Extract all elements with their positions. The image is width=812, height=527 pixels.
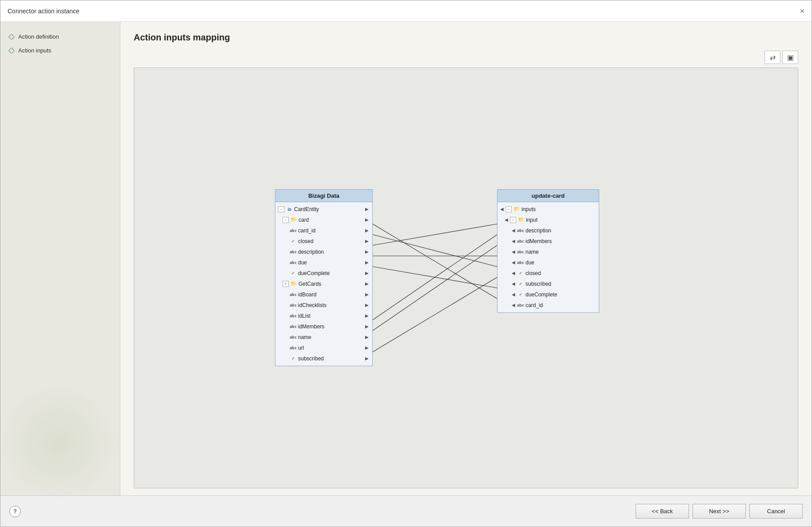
svg-line-2: [373, 224, 497, 245]
close-button[interactable]: ×: [800, 7, 804, 15]
arrow-right-icon: ▶: [365, 217, 370, 222]
folder-icon: 📁: [290, 217, 297, 223]
arrow-right-icon: ▶: [365, 271, 370, 275]
diamond-icon-2: [8, 47, 15, 53]
arrow-right-icon: ▶: [365, 303, 370, 307]
row-label: closed: [298, 238, 314, 244]
arrow-right-icon: ▶: [365, 324, 370, 329]
table-row: ◀ − 📁 input: [498, 215, 599, 225]
table-row: abc description ▶: [275, 247, 372, 257]
footer-right: << Back Next >> Cancel: [636, 504, 803, 519]
title-bar: Connector action instance ×: [0, 0, 812, 22]
row-label: idMembers: [298, 323, 324, 330]
left-table-body: − 🗂 CardEntity ▶ − 📁 card: [275, 202, 372, 366]
table-row: ◀ ✓ dueComplete: [498, 289, 599, 300]
table-row: − 🗂 CardEntity ▶: [275, 204, 372, 215]
check-icon: ✓: [290, 238, 297, 244]
table-row: ◀ abc due: [498, 257, 599, 268]
abc-icon: abc: [290, 249, 297, 255]
arrow-left-icon: ◀: [505, 217, 508, 222]
check-icon: ✓: [517, 281, 524, 287]
bizagi-data-table: Bizagi Data − 🗂 CardEntity ▶: [275, 189, 373, 366]
sidebar-item-action-inputs[interactable]: Action inputs: [8, 44, 113, 56]
abc-icon: abc: [517, 260, 524, 266]
right-table-body: ◀ − 📁 inputs ◀ − 📁 in: [498, 202, 599, 312]
row-label: due: [298, 260, 307, 266]
arrow-left-icon: ◀: [500, 207, 504, 212]
abc-icon: abc: [290, 313, 297, 319]
abc-icon: abc: [290, 302, 297, 308]
arrow-right-icon: ▶: [365, 260, 370, 265]
arrow-left-icon: ◀: [512, 281, 515, 286]
table-row: abc idBoard ▶: [275, 289, 372, 300]
connector-area: [373, 189, 497, 367]
table-row: abc idList ▶: [275, 311, 372, 321]
svg-line-7: [373, 277, 497, 352]
row-label: dueComplete: [298, 270, 330, 276]
arrow-right-icon: ▶: [365, 239, 370, 244]
table-row: abc due ▶: [275, 257, 372, 268]
expand-icon[interactable]: −: [283, 217, 289, 223]
abc-icon: abc: [290, 323, 297, 330]
grid-view-button[interactable]: ▣: [782, 51, 798, 64]
row-label: card_id: [298, 228, 315, 234]
arrow-right-icon: ▶: [365, 335, 370, 339]
next-button[interactable]: Next >>: [693, 504, 746, 519]
arrow-left-icon: ◀: [512, 303, 515, 307]
update-card-table: update-card ◀ − 📁 inputs: [497, 189, 599, 313]
arrow-right-icon: ▶: [365, 207, 370, 212]
row-label: closed: [525, 270, 541, 276]
table-row: abc name ▶: [275, 332, 372, 343]
table-row: abc url ▶: [275, 343, 372, 353]
sidebar: Action definition Action inputs: [0, 22, 120, 495]
row-label: due: [525, 260, 534, 266]
mapping-canvas: Bizagi Data − 🗂 CardEntity ▶: [134, 68, 798, 488]
footer-left: ?: [9, 506, 21, 517]
table-row: ◀ abc idMembers: [498, 236, 599, 247]
back-button[interactable]: << Back: [636, 504, 689, 519]
expand-icon[interactable]: −: [506, 206, 512, 212]
arrow-left-icon: ◀: [512, 249, 515, 254]
help-button[interactable]: ?: [9, 506, 21, 517]
row-label: idBoard: [298, 291, 316, 298]
cancel-button[interactable]: Cancel: [749, 504, 803, 519]
svg-line-5: [373, 235, 497, 320]
connectors-svg: [373, 203, 497, 380]
right-table-header: update-card: [498, 190, 599, 202]
toolbar: ⇄ ▣: [134, 51, 798, 64]
check-icon: ✓: [290, 270, 297, 276]
folder-icon: 📁: [517, 217, 525, 223]
arrow-right-icon: ▶: [365, 292, 370, 297]
table-row: ◀ abc card_id: [498, 300, 599, 311]
abc-icon: abc: [290, 228, 297, 234]
arrow-left-icon: ◀: [512, 260, 515, 265]
expand-icon[interactable]: −: [510, 217, 516, 223]
expand-icon[interactable]: −: [278, 206, 284, 212]
svg-line-0: [373, 224, 497, 299]
arrow-right-icon: ▶: [365, 228, 370, 233]
row-label: idChecklists: [298, 302, 326, 308]
table-row: ◀ abc description: [498, 225, 599, 236]
abc-icon: abc: [517, 249, 524, 255]
row-label: name: [525, 249, 539, 255]
footer: ? << Back Next >> Cancel: [0, 495, 812, 527]
folder-icon: 📁: [290, 281, 297, 287]
row-label: description: [525, 228, 551, 234]
arrow-left-icon: ◀: [512, 239, 515, 244]
row-label: idMembers: [525, 238, 552, 244]
arrow-left-icon: ◀: [512, 292, 515, 297]
row-label: dueComplete: [525, 291, 557, 298]
sidebar-item-label-action-definition: Action definition: [18, 33, 59, 40]
bg-decoration: [0, 385, 115, 495]
mapping-view-button[interactable]: ⇄: [764, 51, 780, 64]
abc-icon: abc: [517, 228, 524, 234]
table-row: + 📁 GetCards ▶: [275, 279, 372, 289]
abc-icon: abc: [290, 260, 297, 266]
arrow-right-icon: ▶: [365, 281, 370, 286]
sidebar-item-action-definition[interactable]: Action definition: [8, 31, 113, 43]
abc-icon: abc: [517, 238, 524, 244]
row-label: idList: [298, 313, 310, 319]
svg-line-1: [373, 235, 497, 267]
abc-icon: abc: [290, 345, 297, 351]
expand-icon[interactable]: +: [283, 281, 289, 287]
